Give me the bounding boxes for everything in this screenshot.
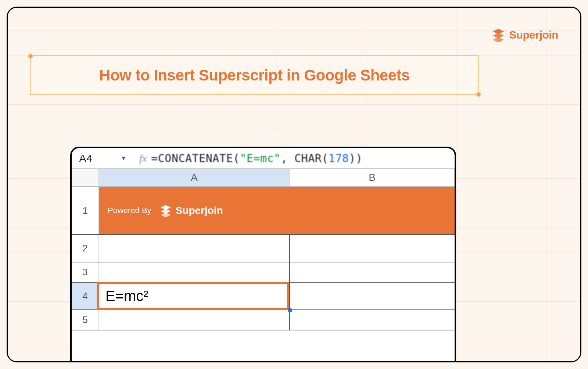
formula-close: ) <box>356 152 363 165</box>
row-header-1[interactable]: 1 <box>72 187 99 234</box>
cell-a1[interactable]: Powered By Superjoin <box>99 187 290 234</box>
cell-b4[interactable] <box>290 283 455 309</box>
formula-fn2: CHAR <box>294 152 322 165</box>
table-row: 2 <box>72 235 455 262</box>
fx-icon: fx <box>137 153 151 164</box>
banner-logo: Superjoin <box>159 204 223 217</box>
cell-a5[interactable] <box>99 310 290 330</box>
table-row: 1 Powered By Superjoin <box>72 187 455 235</box>
spreadsheet-panel: A4 ▼ fx =CONCATENATE("E=mc", CHAR(178)) … <box>70 147 456 362</box>
table-row: 5 <box>72 310 455 330</box>
formula-fn: CONCATENATE <box>158 152 233 165</box>
brand-logo: Superjoin <box>491 28 558 42</box>
formula-arg2: 178 <box>329 152 349 165</box>
column-header-a[interactable]: A <box>99 169 290 186</box>
title-box: How to Insert Superscript in Google Shee… <box>30 55 479 95</box>
banner-brand-name: Superjoin <box>176 205 223 216</box>
row-header-5[interactable]: 5 <box>72 310 99 330</box>
formula-close2: ) <box>349 152 356 165</box>
formula-open: ( <box>233 152 240 165</box>
cell-a3[interactable] <box>99 262 290 282</box>
superjoin-icon <box>159 204 172 217</box>
table-row: 3 <box>72 262 455 283</box>
column-header-b[interactable]: B <box>290 169 455 186</box>
formula-comma: , <box>281 152 294 165</box>
cell-a2[interactable] <box>99 235 290 262</box>
select-all-corner[interactable] <box>72 169 99 186</box>
row-header-3[interactable]: 3 <box>72 262 99 282</box>
selection-fill-handle-icon[interactable] <box>288 308 292 312</box>
selection-handle-icon <box>476 92 481 97</box>
powered-by-label: Powered By <box>108 206 151 215</box>
formula-input[interactable]: =CONCATENATE("E=mc", CHAR(178)) <box>151 152 362 165</box>
formula-open2: ( <box>322 152 329 165</box>
cell-a4-value: E=mc² <box>105 288 148 304</box>
cell-b2[interactable] <box>290 235 455 262</box>
formula-arg1: "E=mc" <box>240 152 281 165</box>
powered-by-banner: Powered By Superjoin <box>105 204 223 217</box>
cell-b5[interactable] <box>290 310 455 330</box>
card-frame: Superjoin How to Insert Superscript in G… <box>7 7 581 362</box>
cell-b3[interactable] <box>290 262 455 282</box>
name-box[interactable]: A4 ▼ <box>74 152 131 165</box>
brand-name: Superjoin <box>509 29 558 41</box>
page-title: How to Insert Superscript in Google Shee… <box>99 67 410 84</box>
dropdown-caret-icon: ▼ <box>121 155 126 162</box>
table-row: 4 E=mc² <box>72 283 455 310</box>
selection-handle-icon <box>28 54 33 58</box>
formula-bar-row: A4 ▼ fx =CONCATENATE("E=mc", CHAR(178)) <box>72 148 455 169</box>
superjoin-icon <box>491 28 505 42</box>
divider <box>134 151 134 166</box>
row-header-4[interactable]: 4 <box>72 283 99 309</box>
cell-b1[interactable] <box>290 187 455 234</box>
cell-a4[interactable]: E=mc² <box>99 283 290 309</box>
formula-prefix: = <box>151 152 158 165</box>
name-box-value: A4 <box>79 152 93 165</box>
row-header-2[interactable]: 2 <box>72 235 99 262</box>
column-headers: A B <box>72 169 455 187</box>
